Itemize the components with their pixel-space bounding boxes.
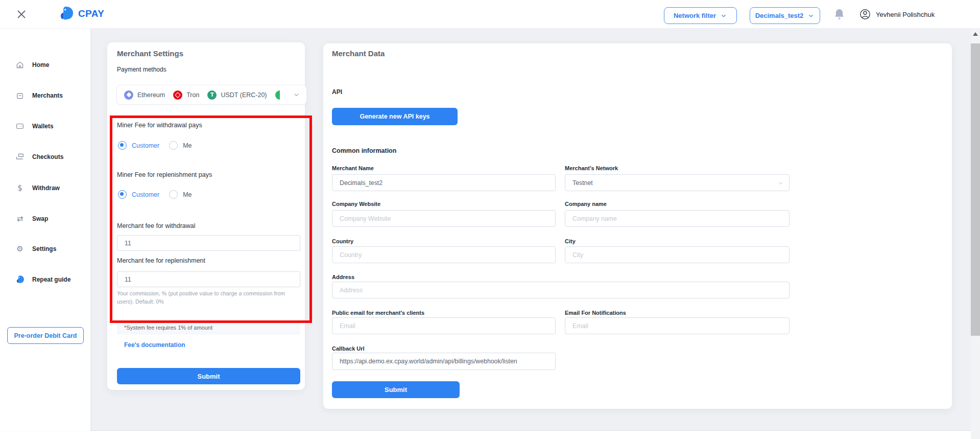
- country-label: Country: [332, 238, 353, 244]
- radio-me-label[interactable]: Me: [183, 142, 192, 149]
- city-label: City: [565, 238, 576, 244]
- sidebar-item-settings[interactable]: ⚙ Settings: [15, 243, 56, 255]
- ethereum-coin-icon: [124, 90, 133, 100]
- country-input[interactable]: [332, 246, 556, 263]
- home-icon: [15, 60, 25, 70]
- merchant-name-input[interactable]: [332, 174, 556, 191]
- bottom-strip: [90, 430, 971, 439]
- merchant-fee-replenishment-input[interactable]: [117, 271, 300, 287]
- vertical-scrollbar: [971, 28, 980, 439]
- brand-text: CPAY: [78, 8, 104, 19]
- merchant-fee-withdrawal-input[interactable]: [117, 235, 300, 251]
- merchant-network-label: Merchant's Network: [565, 165, 618, 171]
- generate-api-keys-button[interactable]: Generate new API keys: [332, 108, 458, 125]
- system-fee-note-text: *System fee requires 1% of amount: [124, 325, 212, 331]
- radio-customer[interactable]: [118, 190, 127, 199]
- company-website-input[interactable]: [332, 210, 556, 227]
- sidebar-item-label: Wallets: [32, 123, 54, 130]
- cpay-mini-logo-icon: [15, 275, 25, 284]
- miner-fee-replenishment-label: Miner Fee for replenishment pays: [117, 171, 212, 178]
- commission-hint: Your commission, % (put positive value t…: [117, 289, 297, 306]
- user-avatar-icon: [859, 8, 871, 20]
- payment-method-label: USDT (ERC-20): [221, 91, 267, 99]
- network-filter-button[interactable]: Network filter: [664, 7, 737, 24]
- wallet-icon: [15, 122, 25, 131]
- address-input[interactable]: [332, 282, 790, 298]
- chevron-down-icon: [293, 91, 300, 101]
- user-menu[interactable]: Yevhenii Polishchuk: [859, 8, 935, 20]
- fees-documentation-link[interactable]: Fee's documentation: [124, 341, 185, 349]
- scrollbar-thumb[interactable]: [971, 43, 980, 336]
- company-website-label: Company Website: [332, 201, 380, 207]
- close-icon[interactable]: [15, 8, 28, 20]
- city-input[interactable]: [565, 246, 790, 263]
- sidebar-item-merchants[interactable]: Merchants: [15, 90, 63, 101]
- sidebar-item-label: Withdraw: [32, 184, 60, 192]
- notifications-bell-icon[interactable]: [833, 8, 845, 21]
- api-section-label: API: [332, 88, 342, 96]
- merchant-fee-replenishment-label: Merchant fee for replenishment: [117, 257, 205, 264]
- radio-me-label[interactable]: Me: [183, 191, 192, 198]
- top-bar: CPAY Network filter Decimals_test2 Yevhe…: [0, 0, 980, 29]
- sidebar-item-swap[interactable]: ⇄ Swap: [15, 213, 48, 224]
- callback-url-input[interactable]: [332, 353, 556, 370]
- checkout-terminal-icon: [15, 152, 25, 161]
- radio-customer[interactable]: [118, 141, 127, 150]
- sidebar: Home Merchants Wallets Checkouts $ Withd…: [0, 28, 90, 431]
- merchant-settings-submit-button[interactable]: Submit: [117, 368, 300, 384]
- radio-customer-label[interactable]: Customer: [132, 191, 159, 198]
- sidebar-item-repeat-guide[interactable]: Repeat guide: [15, 274, 70, 285]
- company-name-label: Company name: [565, 201, 607, 207]
- user-name: Yevhenii Polishchuk: [876, 11, 935, 18]
- miner-fee-withdrawal-radios: Customer Me: [118, 141, 192, 150]
- merchant-settings-title: Merchant Settings: [117, 49, 183, 58]
- payment-methods-select[interactable]: Ethereum Tron T USDT (ERC-20): [116, 85, 307, 105]
- usdt-coin-icon: T: [207, 90, 217, 100]
- miner-fee-replenishment-radios: Customer Me: [118, 190, 192, 199]
- tron-coin-icon: [173, 90, 182, 100]
- notification-email-input[interactable]: [565, 317, 790, 334]
- callback-url-label: Callback Url: [332, 345, 365, 352]
- sidebar-item-wallets[interactable]: Wallets: [15, 121, 54, 132]
- notification-email-label: Email For Notifications: [565, 310, 626, 316]
- public-email-input[interactable]: [332, 317, 556, 334]
- chevron-down-icon: [807, 12, 815, 19]
- cpay-logo-icon: [58, 6, 74, 21]
- chevron-down-icon: [720, 12, 727, 19]
- payment-method-label: Ethereum: [137, 91, 165, 99]
- public-email-label: Public email for merchant's clients: [332, 310, 424, 316]
- miner-fee-withdrawal-label: Miner Fee for withdrawal pays: [117, 122, 202, 129]
- merchant-data-title: Merchant Data: [332, 49, 385, 58]
- dollar-icon: $: [15, 183, 25, 193]
- chevron-down-icon: [777, 180, 784, 187]
- sidebar-item-label: Merchants: [32, 92, 63, 99]
- common-information-label: Common information: [332, 147, 396, 154]
- scrollbar-up-arrow[interactable]: [973, 32, 978, 36]
- swap-arrows-icon: ⇄: [15, 214, 25, 223]
- preorder-debit-card-button[interactable]: Pre-order Debit Card: [7, 327, 84, 344]
- merchants-bag-icon: [15, 91, 25, 100]
- gear-icon: ⚙: [15, 244, 25, 253]
- radio-customer-label[interactable]: Customer: [132, 142, 159, 149]
- payment-method-label: Tron: [186, 91, 199, 99]
- payment-methods-label: Payment methods: [117, 66, 166, 73]
- radio-me[interactable]: [169, 141, 178, 150]
- merchant-name-label: Merchant Name: [332, 165, 374, 171]
- app-screen: CPAY Network filter Decimals_test2 Yevhe…: [0, 0, 980, 439]
- sidebar-item-label: Swap: [32, 215, 48, 222]
- sidebar-item-checkouts[interactable]: Checkouts: [15, 151, 63, 163]
- merchant-network-value: Testnet: [572, 179, 593, 187]
- sidebar-item-label: Home: [32, 61, 49, 68]
- cpay-logo[interactable]: CPAY: [58, 6, 104, 21]
- sidebar-item-label: Settings: [32, 245, 56, 252]
- clipped-coin-icon: [275, 90, 280, 100]
- network-filter-label: Network filter: [674, 12, 716, 19]
- merchant-dropdown-button[interactable]: Decimals_test2: [750, 7, 820, 24]
- sidebar-item-label: Checkouts: [32, 153, 63, 160]
- merchant-data-submit-button[interactable]: Submit: [332, 381, 460, 398]
- sidebar-item-withdraw[interactable]: $ Withdraw: [15, 182, 60, 194]
- company-name-input[interactable]: [565, 210, 790, 227]
- sidebar-item-home[interactable]: Home: [15, 59, 49, 71]
- merchant-network-select[interactable]: Testnet: [565, 174, 790, 191]
- radio-me[interactable]: [169, 190, 178, 199]
